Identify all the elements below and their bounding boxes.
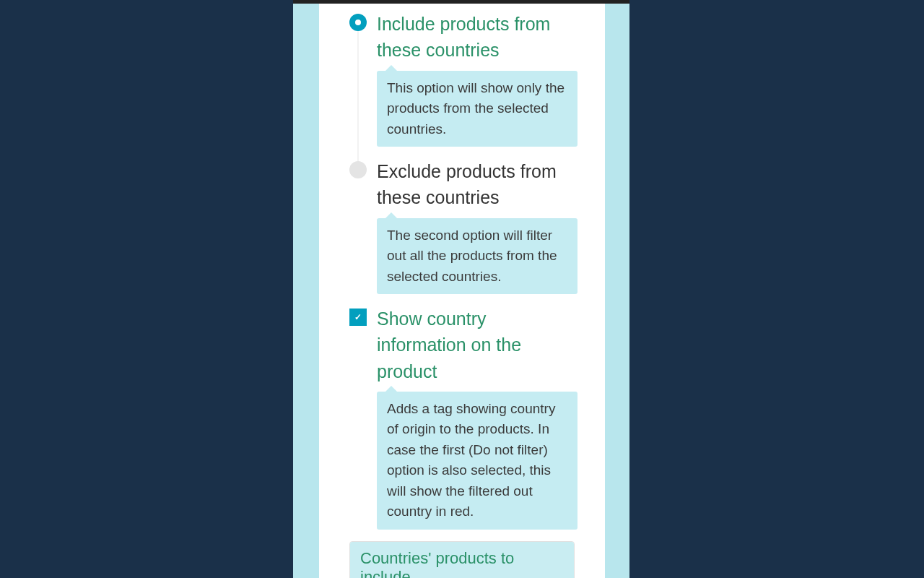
countries-section: Countries' products to include India <box>349 541 575 578</box>
radio-exclude[interactable] <box>349 161 367 178</box>
option-exclude-label: Exclude products from these countries <box>377 158 578 211</box>
option-exclude-info: The second option will filter out all th… <box>377 218 578 295</box>
settings-card: Include products from these countries Th… <box>319 4 605 578</box>
option-show-country-info-info: Adds a tag showing country of origin to … <box>377 392 578 530</box>
radio-include[interactable] <box>349 14 367 31</box>
option-show-country-info: Show country information on the product … <box>319 306 605 530</box>
option-show-country-info-label: Show country information on the product <box>377 306 578 384</box>
option-exclude: Exclude products from these countries Th… <box>319 158 605 294</box>
option-include-info: This option will show only the products … <box>377 71 578 147</box>
radio-connector-line <box>357 31 359 161</box>
checkbox-show-country-info[interactable] <box>349 309 367 326</box>
panel-backdrop: Include products from these countries Th… <box>293 4 629 578</box>
countries-section-header: Countries' products to include <box>350 542 574 578</box>
option-include: Include products from these countries Th… <box>319 11 605 147</box>
option-include-label: Include products from these countries <box>377 11 578 64</box>
